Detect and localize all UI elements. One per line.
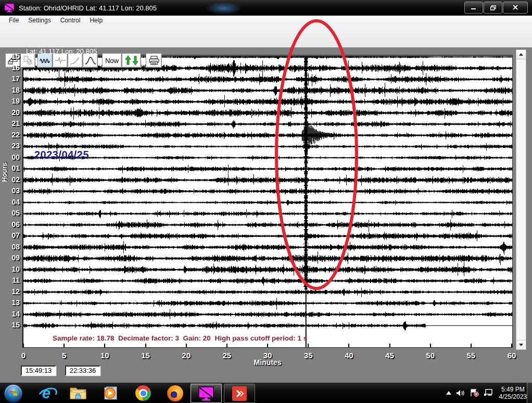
- ie-swoosh-icon: [36, 385, 59, 403]
- minute-tick-label: 5: [55, 351, 73, 360]
- tray-expand-icon[interactable]: [446, 391, 451, 395]
- close-button[interactable]: [503, 2, 528, 14]
- seismograph-app-button[interactable]: [191, 384, 222, 403]
- app-icon: [4, 3, 15, 12]
- hour-label: 01: [6, 164, 20, 172]
- scroll-up-down-button[interactable]: [122, 53, 141, 68]
- firefox-icon[interactable]: [166, 385, 184, 401]
- hour-label: 21: [6, 119, 20, 128]
- hour-label: 11: [6, 276, 20, 284]
- seismograph-app-icon: [197, 386, 215, 401]
- menu-help[interactable]: Help: [85, 16, 107, 24]
- hour-label: 20: [6, 108, 20, 117]
- spectrum-bell-button[interactable]: [83, 53, 98, 68]
- waveform-view-button[interactable]: [37, 53, 53, 68]
- window-controls: [464, 2, 528, 14]
- plot-header: Lat: 41.117 Lon: 20.805: [26, 47, 97, 55]
- tray-time: 5:49 PM: [499, 386, 527, 393]
- print-button[interactable]: [146, 53, 162, 68]
- hour-label: 13: [6, 298, 20, 307]
- now-button[interactable]: Now: [102, 53, 122, 68]
- hour-label: 00: [6, 153, 20, 161]
- hour-label: 15: [6, 321, 20, 329]
- system-tray: 5:49 PM 4/25/2023: [441, 383, 527, 403]
- title-bar[interactable]: Station: Ohrid/OHRID Lat: 41.117 Lon: 20…: [0, 0, 532, 16]
- save-button[interactable]: [20, 53, 35, 68]
- vertical-scrollbar[interactable]: [516, 49, 526, 350]
- volume-icon[interactable]: [456, 389, 465, 397]
- hour-label: 08: [6, 243, 20, 251]
- minute-tick-label: 40: [340, 351, 358, 360]
- down-arrow-icon: [133, 56, 138, 65]
- chrome-icon[interactable]: [134, 385, 152, 401]
- menu-bar: FileSettingsControlHelp: [0, 16, 532, 24]
- windows-explorer-icon[interactable]: [69, 385, 87, 401]
- taskbar: e: [0, 383, 532, 403]
- impulse-filter-button[interactable]: [53, 53, 68, 68]
- cursor-time-field[interactable]: 22:33:36: [65, 366, 100, 376]
- triangle-up-icon: [519, 53, 523, 56]
- minute-tick-label: 25: [218, 351, 236, 360]
- window-title: Station: Ohrid/OHRID Lat: 41.117 Lon: 20…: [19, 4, 157, 12]
- menu-file[interactable]: File: [4, 16, 23, 24]
- hours-axis-label: Hours: [1, 157, 8, 187]
- hour-label: 12: [6, 287, 20, 296]
- minute-tick-label: 35: [299, 351, 317, 360]
- seismogram-canvas[interactable]: [23, 56, 512, 347]
- minute-tick-label: 55: [462, 351, 480, 360]
- helicorder-plot: 2023/04/25 Sample rate: 18.78 Decimate f…: [22, 55, 513, 348]
- hour-label: 14: [6, 310, 20, 318]
- minute-tick-label: 0: [15, 351, 32, 360]
- minute-tick-label: 50: [422, 351, 439, 360]
- hour-label: 06: [6, 220, 20, 229]
- hour-label: 04: [6, 198, 20, 206]
- show-desktop-button[interactable]: [527, 383, 532, 403]
- date-label: 2023/04/25: [34, 149, 89, 161]
- hour-label: 18: [6, 86, 20, 94]
- plot-footer: Sample rate: 18.78 Decimate factor: 3 Ga…: [53, 334, 307, 342]
- hour-label: 09: [6, 254, 20, 262]
- minute-tick-label: 20: [178, 351, 195, 360]
- menu-settings[interactable]: Settings: [23, 16, 55, 24]
- hour-label: 22: [6, 131, 20, 139]
- action-center-flag-icon[interactable]: [470, 389, 479, 397]
- svg-text:P: P: [77, 58, 79, 61]
- hour-label: 23: [6, 142, 20, 150]
- hour-label: 07: [6, 231, 20, 240]
- tray-date: 4/25/2023: [499, 393, 527, 400]
- start-time-field[interactable]: 15:49:13: [21, 366, 56, 376]
- hour-label: 15: [6, 52, 20, 60]
- remote-desktop-app-button[interactable]: [224, 384, 255, 403]
- minimize-button[interactable]: [464, 2, 483, 14]
- remote-desktop-app-icon: [231, 385, 248, 402]
- toolbar: P Now: [0, 24, 532, 47]
- up-arrow-icon: [125, 56, 131, 65]
- start-button[interactable]: [4, 385, 22, 401]
- triangle-down-icon: [519, 344, 523, 346]
- minute-tick-label: 10: [96, 351, 113, 360]
- clock[interactable]: 5:49 PM 4/25/2023: [499, 386, 527, 400]
- minute-tick-label: 45: [381, 351, 399, 360]
- p-curve-button[interactable]: P: [68, 53, 83, 68]
- hour-label: 05: [6, 209, 20, 217]
- scrollbar-up-arrow[interactable]: [516, 50, 526, 59]
- restore-button[interactable]: [484, 2, 502, 14]
- hour-label: 02: [6, 175, 20, 184]
- screen: Station: Ohrid/OHRID Lat: 41.117 Lon: 20…: [0, 0, 532, 403]
- minutes-axis-label: Minutes: [247, 358, 288, 367]
- minute-tick-label: 60: [503, 351, 521, 360]
- hour-label: 03: [6, 186, 20, 195]
- network-icon[interactable]: [484, 389, 493, 397]
- media-player-icon[interactable]: [102, 385, 119, 401]
- hour-label: 17: [6, 74, 20, 83]
- hour-label: 16: [6, 64, 20, 72]
- hour-label: 19: [6, 97, 20, 105]
- hour-label: 10: [6, 265, 20, 273]
- menu-control[interactable]: Control: [56, 16, 85, 24]
- windows-start-icon: [5, 385, 22, 402]
- internet-explorer-icon[interactable]: e: [37, 385, 55, 401]
- minute-tick-label: 15: [137, 351, 155, 360]
- scrollbar-down-arrow[interactable]: [516, 340, 526, 349]
